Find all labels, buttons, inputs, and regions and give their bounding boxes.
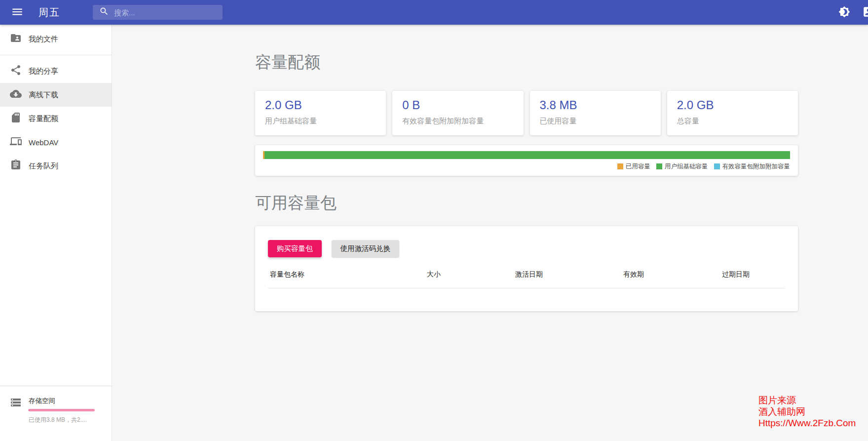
legend-item-base: 用户组基础容量 — [656, 162, 708, 171]
menu-button[interactable] — [11, 5, 24, 20]
search-bar[interactable] — [93, 5, 223, 20]
main-content: 容量配额 2.0 GB 用户组基础容量 0 B 有效容量包附加附加容量 3.8 … — [112, 25, 868, 441]
app-title: 周五 — [38, 6, 60, 19]
buy-pack-button[interactable]: 购买容量包 — [268, 240, 322, 257]
sidebar-item-offline-download[interactable]: 离线下载 — [0, 83, 112, 107]
quota-card-pack: 0 B 有效容量包附加附加容量 — [392, 91, 523, 135]
col-size: 大小 — [425, 270, 513, 279]
storage-caption: 已使用3.8 MB，共2.... — [29, 416, 95, 424]
legend-item-used: 已用容量 — [617, 162, 650, 171]
search-input[interactable] — [114, 8, 218, 17]
quota-card-label: 有效容量包附加附加容量 — [402, 117, 513, 126]
storage-title: 存储空间 — [29, 397, 95, 405]
quota-card-label: 用户组基础容量 — [265, 117, 376, 126]
redeem-code-button[interactable]: 使用激活码兑换 — [332, 240, 400, 257]
sidebar-item-label: 容量配额 — [29, 114, 58, 123]
storage-icon — [10, 397, 22, 424]
quota-section-title: 容量配额 — [255, 53, 798, 72]
cloud-download-icon — [10, 88, 22, 102]
quota-card-value: 3.8 MB — [540, 98, 651, 112]
sidebar-item-label: 任务队列 — [29, 161, 58, 171]
packs-table-empty-body — [268, 288, 785, 299]
quota-card-total: 2.0 GB 总容量 — [667, 91, 798, 135]
sidebar-item-label: 我的分享 — [29, 67, 58, 76]
legend-swatch-used — [617, 163, 623, 169]
quota-card-label: 总容量 — [677, 117, 788, 126]
sidebar-item-quota[interactable]: 容量配额 — [0, 107, 112, 130]
sidebar-item-my-shares[interactable]: 我的分享 — [0, 59, 112, 83]
quota-card-used: 3.8 MB 已使用容量 — [530, 91, 661, 135]
packs-table-header: 容量包名称 大小 激活日期 有效期 过期日期 — [268, 270, 785, 288]
col-expiry-date: 过期日期 — [720, 270, 785, 279]
col-pack-name: 容量包名称 — [268, 270, 425, 279]
quota-card-value: 0 B — [402, 98, 513, 112]
col-activation-date: 激活日期 — [513, 270, 621, 279]
sidebar-item-label: 离线下载 — [29, 90, 58, 100]
quota-card-label: 已使用容量 — [540, 117, 651, 126]
bar-segment-base — [264, 151, 790, 159]
quota-progress-bar — [263, 151, 790, 159]
sidebar-item-webdav[interactable]: WebDAV — [0, 130, 112, 154]
quota-progress-card: 已用容量 用户组基础容量 有效容量包附加附加容量 — [255, 145, 798, 176]
theme-toggle-button[interactable] — [838, 6, 850, 19]
packs-card: 购买容量包 使用激活码兑换 容量包名称 大小 激活日期 有效期 过期日期 — [255, 226, 798, 311]
sd-card-icon — [10, 112, 22, 125]
storage-summary: 存储空间 已使用3.8 MB，共2.... — [0, 386, 112, 441]
legend-swatch-base — [656, 163, 662, 169]
share-icon — [10, 64, 22, 78]
sidebar-item-my-files[interactable]: 我的文件 — [0, 27, 112, 51]
legend-label: 用户组基础容量 — [665, 162, 708, 171]
watermark-text: 图片来源 酒入辅助网 Https://Www.2Fzb.Com — [758, 395, 856, 429]
dark-mode-icon — [838, 6, 850, 19]
search-icon — [99, 6, 109, 18]
quota-card-value: 2.0 GB — [677, 98, 788, 112]
sidebar-item-label: WebDAV — [29, 138, 58, 147]
folder-shared-icon — [10, 32, 22, 46]
storage-progress-bar — [29, 409, 95, 411]
account-box-icon — [862, 5, 868, 20]
legend-swatch-pack — [714, 163, 720, 169]
watermark-line: 酒入辅助网 — [758, 406, 856, 417]
quota-legend: 已用容量 用户组基础容量 有效容量包附加附加容量 — [263, 162, 790, 171]
sidebar-item-label: 我的文件 — [29, 35, 58, 44]
packs-section-title: 可用容量包 — [255, 194, 798, 212]
legend-item-pack: 有效容量包附加附加容量 — [714, 162, 791, 171]
assignment-icon — [10, 159, 22, 173]
watermark-line: Https://Www.2Fzb.Com — [758, 417, 856, 429]
top-app-bar: 周五 — [0, 0, 868, 25]
account-button[interactable] — [862, 5, 868, 20]
sidebar-divider — [0, 55, 112, 55]
watermark-line: 图片来源 — [758, 395, 856, 406]
quota-card-base: 2.0 GB 用户组基础容量 — [255, 91, 386, 135]
legend-label: 已用容量 — [626, 162, 650, 171]
hamburger-menu-icon — [11, 5, 24, 20]
sidebar-item-task-queue[interactable]: 任务队列 — [0, 154, 112, 178]
quota-cards-row: 2.0 GB 用户组基础容量 0 B 有效容量包附加附加容量 3.8 MB 已使… — [255, 91, 798, 135]
col-validity: 有效期 — [621, 270, 720, 279]
quota-card-value: 2.0 GB — [265, 98, 376, 112]
legend-label: 有效容量包附加附加容量 — [722, 162, 791, 171]
sidebar: 我的文件 我的分享 离线下载 容量配额 WebDAV — [0, 25, 112, 441]
devices-icon — [10, 135, 22, 149]
